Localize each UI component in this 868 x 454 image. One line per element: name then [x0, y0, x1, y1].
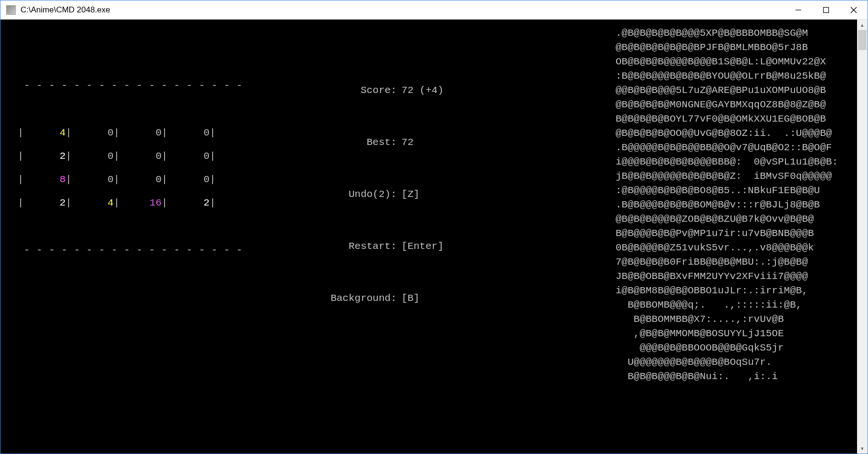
tile-0: 0: [120, 149, 162, 164]
svg-rect-1: [824, 7, 829, 12]
titlebar: C:\Anime\CMD 2048.exe: [0, 0, 868, 20]
maximize-button[interactable]: [812, 0, 840, 19]
tile-2: 2: [167, 196, 209, 210]
board-row: |4|0|0|0|: [18, 126, 249, 140]
window-controls: [785, 0, 868, 19]
scroll-down-arrow[interactable]: ▾: [857, 443, 868, 454]
ascii-art: .@B@B@B@B@B@@@5XP@B@BBBOMBB@SG@M @B@B@B@…: [616, 26, 838, 384]
vertical-scrollbar[interactable]: ▴ ▾: [857, 20, 868, 454]
close-button[interactable]: [840, 0, 868, 19]
best-label: Best:: [320, 135, 397, 150]
client-area: - - - - - - - - - - - - - - - - - - |4|0…: [0, 20, 868, 454]
app-window: C:\Anime\CMD 2048.exe - - - - - - - - - …: [0, 0, 868, 454]
tile-2: 2: [24, 149, 66, 164]
scroll-track[interactable]: [857, 30, 868, 443]
tile-0: 0: [72, 173, 114, 187]
app-icon: [6, 5, 16, 15]
tile-4: 4: [24, 126, 66, 140]
undo-line: Undo(2): [Z]: [320, 187, 444, 202]
board-separator: - - - - - - - - - - - - - - - - - -: [18, 243, 249, 258]
scroll-thumb[interactable]: [858, 30, 867, 50]
best-value: 72: [402, 135, 413, 150]
restart-line: Restart: [Enter]: [320, 239, 444, 254]
tile-0: 0: [120, 173, 162, 187]
undo-key: [Z]: [402, 187, 420, 202]
window-title: C:\Anime\CMD 2048.exe: [21, 5, 785, 15]
background-label: Background:: [320, 291, 397, 306]
score-line: Score: 72 (+4): [320, 83, 444, 98]
tile-16: 16: [120, 196, 162, 210]
board-row: |2|0|0|0|: [18, 149, 249, 164]
board-separator: - - - - - - - - - - - - - - - - - -: [18, 79, 249, 93]
score-label: Score:: [320, 83, 397, 98]
scroll-up-arrow[interactable]: ▴: [857, 20, 868, 30]
tile-4: 4: [72, 196, 114, 210]
minimize-button[interactable]: [785, 0, 812, 19]
tile-8: 8: [24, 173, 66, 187]
undo-label: Undo(2):: [320, 187, 397, 202]
tile-0: 0: [72, 126, 114, 140]
best-line: Best: 72: [320, 135, 444, 150]
background-line: Background: [B]: [320, 291, 444, 306]
restart-label: Restart:: [320, 239, 397, 254]
tile-0: 0: [72, 149, 114, 164]
info-panel: Score: 72 (+4) Best: 72 Undo(2): [Z] Res…: [320, 55, 444, 343]
tile-0: 0: [167, 149, 209, 164]
board-row: |8|0|0|0|: [18, 173, 249, 187]
game-board: - - - - - - - - - - - - - - - - - - |4|0…: [18, 55, 249, 343]
tile-0: 0: [167, 173, 209, 187]
tile-0: 0: [120, 126, 162, 140]
background-key: [B]: [402, 291, 420, 306]
board-row: |2|4|16|2|: [18, 196, 249, 210]
tile-2: 2: [24, 196, 66, 210]
tile-0: 0: [167, 126, 209, 140]
score-value: 72 (+4): [402, 83, 444, 98]
restart-key: [Enter]: [402, 239, 444, 254]
console-output[interactable]: - - - - - - - - - - - - - - - - - - |4|0…: [0, 20, 857, 454]
